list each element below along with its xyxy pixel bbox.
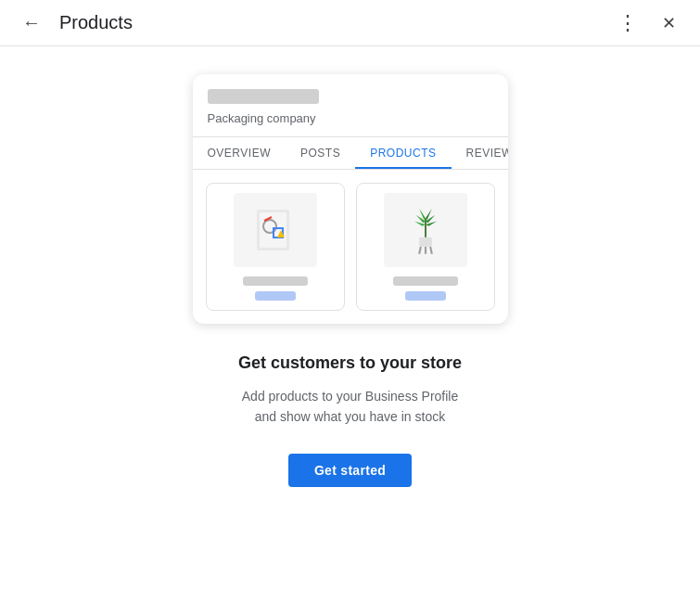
card-header: Packaging company — [193, 74, 508, 137]
cta-section: Get customers to your store Add products… — [238, 353, 462, 487]
product-title-bar-2 — [393, 276, 458, 286]
close-button[interactable]: ✕ — [652, 6, 685, 40]
more-options-button[interactable]: ⋮ — [611, 6, 644, 40]
card-tabs: OVERVIEW POSTS PRODUCTS REVIEWS — [193, 137, 508, 170]
product-image-2 — [384, 193, 467, 267]
product-card-2[interactable] — [356, 183, 495, 311]
plant-icon — [398, 202, 453, 258]
get-started-button[interactable]: Get started — [288, 454, 412, 487]
product-title-bar-1 — [243, 276, 308, 286]
design-icon — [248, 202, 303, 258]
product-price-bar-2 — [405, 291, 446, 301]
product-image-1 — [234, 193, 317, 267]
product-card-1[interactable] — [206, 183, 345, 311]
svg-rect-6 — [419, 237, 432, 247]
cta-title: Get customers to your store — [238, 353, 462, 373]
tab-posts[interactable]: POSTS — [286, 137, 355, 169]
three-dots-icon: ⋮ — [617, 11, 639, 35]
svg-line-7 — [419, 247, 421, 254]
close-icon: ✕ — [662, 13, 676, 33]
business-card-preview: Packaging company OVERVIEW POSTS PRODUCT… — [193, 74, 508, 324]
back-button[interactable]: ← — [15, 6, 48, 40]
svg-line-9 — [430, 247, 432, 254]
header-right: ⋮ ✕ — [611, 6, 685, 40]
main-content: Packaging company OVERVIEW POSTS PRODUCT… — [0, 46, 700, 603]
header: ← Products ⋮ ✕ — [0, 0, 700, 46]
header-left: ← Products — [15, 6, 611, 40]
products-grid — [193, 170, 508, 324]
tab-overview[interactable]: OVERVIEW — [193, 137, 286, 169]
card-placeholder-bar — [208, 89, 319, 104]
tab-products[interactable]: PRODUCTS — [355, 137, 451, 169]
tab-reviews[interactable]: REVIEWS — [452, 137, 508, 169]
company-name: Packaging company — [208, 111, 493, 125]
cta-description: Add products to your Business Profileand… — [242, 386, 458, 428]
product-price-bar-1 — [255, 291, 296, 301]
page-title: Products — [59, 12, 133, 33]
